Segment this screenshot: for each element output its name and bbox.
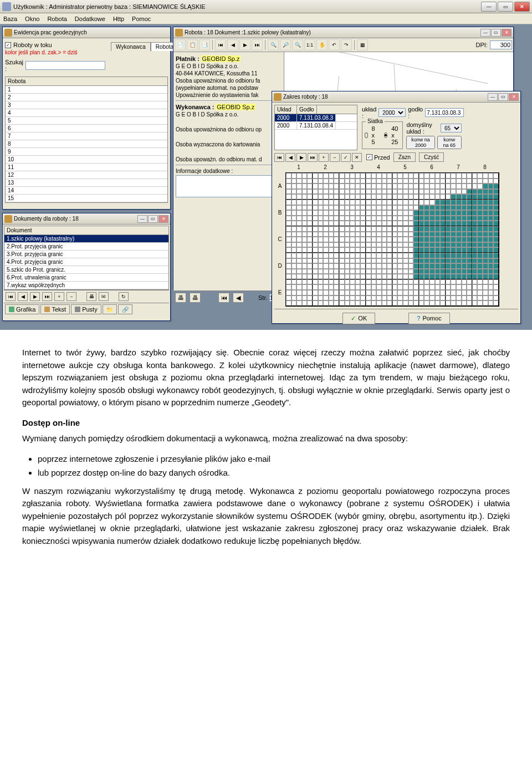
table-row[interactable]: 14 [6, 187, 167, 195]
table-row[interactable]: 10 [6, 156, 167, 164]
menu-pomoc[interactable]: Pomoc [132, 16, 151, 22]
table-row[interactable]: 1.szkic polowy (katastralny) [4, 235, 168, 243]
table-row[interactable]: 8 [6, 140, 167, 148]
tab-wykonawca[interactable]: Wykonawca [111, 42, 151, 51]
nav-add[interactable]: + [319, 153, 329, 162]
maximize-button[interactable]: ▭ [498, 2, 513, 12]
refresh-icon[interactable]: ↻ [119, 292, 129, 301]
maximize-button[interactable]: ▭ [148, 215, 158, 223]
close-button[interactable]: ✕ [509, 93, 519, 101]
minimize-button[interactable]: — [137, 215, 147, 223]
ok-button[interactable]: ✓OK [342, 313, 375, 324]
tool-icon[interactable]: 📄 [175, 39, 186, 50]
nav-first[interactable]: ⏮ [218, 293, 229, 303]
tool-icon[interactable]: 📋 [187, 39, 198, 50]
minimize-button[interactable]: — [488, 93, 498, 101]
zoom-in-icon[interactable]: 🔍 [268, 39, 279, 50]
pan-icon[interactable]: ✋ [316, 39, 328, 50]
checkbox-roboty-w-toku[interactable]: ✓ [5, 42, 11, 48]
zoom-fit-icon[interactable]: 🔍 [292, 39, 303, 50]
tool-icon[interactable]: 📑 [199, 39, 210, 50]
close-button[interactable]: ✕ [502, 29, 511, 37]
nav-next-icon[interactable]: ▶ [239, 39, 250, 50]
dom-uklad-select[interactable]: 65 [441, 124, 462, 132]
menu-baza[interactable]: Baza [3, 16, 17, 22]
table-row[interactable]: 3 [6, 101, 167, 109]
grid-icon[interactable]: ▦ [357, 39, 368, 50]
link-icon[interactable]: 🔗 [118, 304, 132, 314]
table-row[interactable]: 2 [6, 94, 167, 101]
table-row[interactable]: 6 [6, 125, 167, 132]
nav-last[interactable]: ⏭ [42, 292, 52, 301]
dpi-label: DPI: [476, 42, 488, 48]
radio-40x25[interactable] [384, 132, 387, 138]
table-row[interactable]: 7 [6, 132, 167, 140]
table-row[interactable]: 4.Prot. przyjęcia granic [4, 258, 168, 266]
nav-last-icon[interactable]: ⏭ [252, 39, 263, 50]
checkbox-przed[interactable]: ✓ [366, 154, 372, 160]
table-row[interactable]: 6.Prot. utrwalenia granic [4, 274, 168, 282]
nav-prev[interactable]: ◀ [18, 292, 28, 301]
envelope-icon[interactable]: ✉ [99, 292, 109, 301]
table-row[interactable]: 13 [6, 179, 167, 187]
tab-pusty[interactable]: Pusty [71, 304, 101, 314]
table-row[interactable]: 11 [6, 164, 167, 171]
extent-grid[interactable] [285, 172, 499, 307]
table-row[interactable]: 2.Prot. przyjęcia granic [4, 243, 168, 251]
nav-prev[interactable]: ◀ [233, 293, 244, 303]
minimize-button[interactable]: — [481, 2, 497, 12]
table-row[interactable]: 1 [6, 86, 167, 94]
nav-first-icon[interactable]: ⏮ [215, 39, 226, 50]
nav-last[interactable]: ⏭ [308, 153, 318, 162]
godlo-input[interactable] [425, 108, 464, 117]
table-row[interactable]: 4 [6, 109, 167, 117]
konw-65-button[interactable]: konw na 65 [437, 136, 462, 149]
table-row[interactable]: 9 [6, 148, 167, 156]
nav-confirm[interactable]: ✓ [341, 153, 351, 162]
nav-next[interactable]: ▶ [296, 153, 306, 162]
nav-first[interactable]: ⏮ [274, 153, 284, 162]
dpi-input[interactable] [490, 40, 512, 49]
table-row[interactable]: 3.Prot. przyjęcia granic [4, 251, 168, 258]
zazn-button[interactable]: Zazn [393, 152, 416, 162]
nav-cancel[interactable]: ✕ [352, 153, 362, 162]
radio-8x5[interactable] [365, 132, 368, 138]
pomoc-button[interactable]: ?Pomoc [408, 313, 449, 324]
tab-grafika[interactable]: Grafika [5, 304, 39, 314]
table-row[interactable]: 7.wykaz współrzędnych [4, 282, 168, 289]
nav-prev-icon[interactable]: ◀ [227, 39, 238, 50]
nav-prev[interactable]: ◀ [285, 153, 295, 162]
nav-del[interactable]: − [66, 292, 76, 301]
nav-add[interactable]: + [54, 292, 64, 301]
folder-icon[interactable]: 📁 [103, 304, 117, 314]
szukaj-input[interactable] [25, 61, 105, 70]
print2-icon[interactable]: 🖶 [190, 293, 201, 303]
czysc-button[interactable]: Czyść [419, 152, 444, 162]
print-icon[interactable]: 🖶 [175, 293, 186, 303]
print-icon[interactable]: 🖶 [86, 292, 96, 301]
rotate-left-icon[interactable]: ↶ [329, 39, 340, 50]
uklad-select[interactable]: 2000 [378, 108, 406, 117]
menu-http[interactable]: Http [113, 16, 124, 22]
rotate-right-icon[interactable]: ↷ [341, 39, 352, 50]
table-row[interactable]: 5.szkic do Prot. granicz. [4, 266, 168, 274]
table-row[interactable]: 12 [6, 171, 167, 179]
maximize-button[interactable]: ▭ [498, 93, 508, 101]
minimize-button[interactable]: — [480, 29, 490, 37]
maximize-button[interactable]: ▭ [491, 29, 501, 37]
table-row[interactable]: 15 [6, 195, 167, 202]
nav-first[interactable]: ⏮ [6, 292, 16, 301]
table-row[interactable]: 5 [6, 117, 167, 125]
nav-del[interactable]: − [330, 153, 340, 162]
menu-dodatkowe[interactable]: Dodatkowe [75, 16, 105, 22]
zoom-out-icon[interactable]: 🔎 [280, 39, 291, 50]
zoom-11-icon[interactable]: 1:1 [304, 39, 315, 50]
nav-next[interactable]: ▶ [30, 292, 40, 301]
menu-okno[interactable]: Okno [25, 16, 39, 22]
close-button[interactable]: ✕ [514, 2, 530, 12]
info-textarea[interactable] [176, 175, 282, 197]
konw-2000-button[interactable]: konw na 2000 [406, 136, 434, 149]
menu-robota[interactable]: Robota [47, 16, 66, 22]
tab-tekst[interactable]: Tekst [40, 304, 70, 314]
close-button[interactable]: ✕ [158, 215, 168, 223]
